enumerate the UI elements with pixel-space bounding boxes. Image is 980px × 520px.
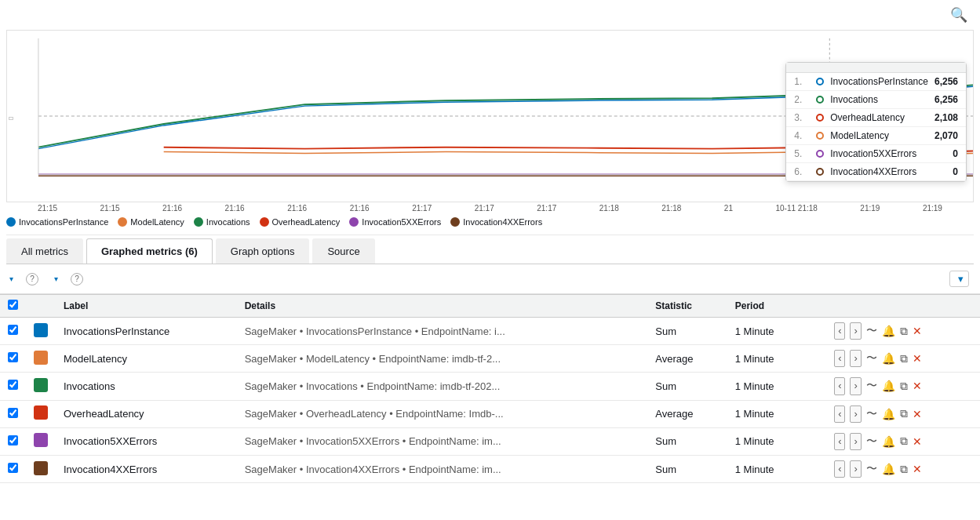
row-color-swatch[interactable]: [34, 433, 48, 447]
row-actions-cell: ‹ › 〜 🔔 ⧉ ✕: [826, 427, 980, 455]
row-graph-icon[interactable]: 〜: [866, 462, 877, 476]
row-copy-icon[interactable]: ⧉: [900, 435, 908, 448]
row-next-btn[interactable]: ›: [850, 433, 861, 450]
row-remove-icon[interactable]: ✕: [913, 380, 922, 392]
row-checkbox-0[interactable]: [8, 325, 18, 335]
row-checkbox-1[interactable]: [8, 352, 18, 362]
row-graph-icon[interactable]: 〜: [866, 379, 877, 393]
table-header-row: Label Details Statistic Period: [0, 295, 980, 318]
dynamic-labels-btn[interactable]: ▾: [51, 275, 58, 283]
row-details: SageMaker • Invocations • EndpointName: …: [237, 373, 648, 400]
row-checkbox-5[interactable]: [8, 463, 18, 473]
row-next-btn[interactable]: ›: [850, 350, 861, 367]
row-label: InvocationsPerInstance: [56, 318, 237, 345]
tooltip-num: 4.: [794, 130, 807, 141]
row-bell-icon[interactable]: 🔔: [882, 408, 895, 420]
table-row: ModelLatency SageMaker • ModelLatency • …: [0, 345, 980, 373]
table-row: Invocation4XXErrors SageMaker • Invocati…: [0, 455, 980, 482]
tab-graph-options[interactable]: Graph options: [216, 238, 310, 264]
tooltip-value: 6,256: [934, 94, 958, 105]
row-remove-icon[interactable]: ✕: [913, 352, 922, 365]
row-prev-btn[interactable]: ‹: [834, 405, 845, 423]
row-color-cell: [26, 345, 56, 373]
row-period: 1 Minute: [727, 318, 826, 345]
legend-item: Invocation4XXErrors: [450, 217, 542, 227]
legend-label: InvocationsPerInstance: [19, 217, 108, 227]
row-copy-icon[interactable]: ⧉: [900, 352, 908, 365]
tooltip-value: 2,108: [934, 112, 958, 123]
tab-source[interactable]: Source: [312, 238, 374, 264]
row-next-btn[interactable]: ›: [850, 460, 861, 478]
row-prev-btn[interactable]: ‹: [834, 433, 845, 450]
row-color-swatch[interactable]: [34, 405, 48, 420]
row-bell-icon[interactable]: 🔔: [882, 463, 895, 475]
row-checkbox-cell: [0, 345, 26, 373]
row-color-swatch[interactable]: [34, 351, 48, 365]
row-graph-icon[interactable]: 〜: [866, 324, 877, 338]
row-graph-icon[interactable]: 〜: [866, 435, 877, 449]
tooltip-label: Invocation4XXErrors: [830, 166, 946, 177]
tooltip-value: 0: [953, 166, 958, 177]
tab-graphed-metrics-(6)[interactable]: Graphed metrics (6): [86, 238, 213, 264]
row-statistic: Sum: [647, 373, 727, 400]
row-bell-icon[interactable]: 🔔: [882, 435, 895, 448]
row-label: Invocations: [56, 373, 237, 400]
row-color-swatch[interactable]: [34, 461, 48, 475]
row-graph-icon[interactable]: 〜: [866, 351, 877, 365]
row-checkbox-4[interactable]: [8, 435, 18, 445]
row-color-swatch[interactable]: [34, 378, 48, 392]
col-color: [26, 295, 56, 318]
row-remove-icon[interactable]: ✕: [913, 435, 922, 448]
dynamic-labels-help-icon[interactable]: ?: [71, 273, 83, 285]
metrics-toolbar: ▾ ? ▾ ? ▾: [0, 264, 980, 294]
x-axis: 21:15 21:15 21:16 21:16 21:16 21:16 21:1…: [6, 202, 974, 213]
row-prev-btn[interactable]: ‹: [834, 350, 845, 367]
row-bell-icon[interactable]: 🔔: [882, 380, 895, 392]
row-color-swatch[interactable]: [34, 323, 48, 337]
row-next-btn[interactable]: ›: [850, 322, 861, 340]
row-graph-icon[interactable]: 〜: [866, 407, 877, 421]
row-remove-icon[interactable]: ✕: [913, 408, 922, 420]
row-copy-icon[interactable]: ⧉: [900, 407, 908, 420]
row-label: OverheadLatency: [56, 400, 237, 427]
row-color-cell: [26, 427, 56, 455]
row-checkbox-2[interactable]: [8, 380, 18, 390]
tooltip-label: Invocation5XXErrors: [830, 148, 946, 159]
tooltip-dot: [816, 78, 824, 85]
statistic-dropdown[interactable]: ▾: [949, 271, 969, 287]
row-checkbox-3[interactable]: [8, 408, 18, 418]
row-statistic: Average: [647, 400, 727, 427]
row-next-btn[interactable]: ›: [850, 405, 861, 423]
legend-item: Invocation5XXErrors: [349, 217, 441, 227]
row-bell-icon[interactable]: 🔔: [882, 352, 895, 365]
row-color-cell: [26, 318, 56, 345]
row-next-btn[interactable]: ›: [850, 377, 861, 395]
row-bell-icon[interactable]: 🔔: [882, 325, 895, 337]
search-icon[interactable]: 🔍: [950, 6, 967, 24]
math-help-icon[interactable]: ?: [26, 273, 38, 285]
table-row: OverheadLatency SageMaker • OverheadLate…: [0, 400, 980, 427]
row-remove-icon[interactable]: ✕: [913, 463, 922, 475]
tab-all-metrics[interactable]: All metrics: [6, 238, 83, 264]
row-prev-btn[interactable]: ‹: [834, 322, 845, 340]
legend-item: Invocations: [194, 217, 250, 227]
row-copy-icon[interactable]: ⧉: [900, 325, 908, 338]
row-prev-btn[interactable]: ‹: [834, 377, 845, 395]
legend-label: Invocation5XXErrors: [362, 217, 441, 227]
select-all-checkbox[interactable]: [8, 300, 18, 310]
row-label: Invocation4XXErrors: [56, 455, 237, 482]
row-copy-icon[interactable]: ⧉: [900, 380, 908, 393]
row-prev-btn[interactable]: ‹: [834, 460, 845, 478]
tooltip-num: 1.: [794, 76, 807, 87]
tooltip-value: 6,256: [934, 76, 958, 87]
tooltip-row: 2. Invocations 6,256: [786, 91, 966, 109]
row-actions-cell: ‹ › 〜 🔔 ⧉ ✕: [826, 455, 980, 482]
row-remove-icon[interactable]: ✕: [913, 325, 922, 337]
row-copy-icon[interactable]: ⧉: [900, 463, 908, 476]
tooltip-num: 2.: [794, 94, 807, 105]
math-expression-btn[interactable]: ▾: [6, 275, 13, 283]
row-label: ModelLatency: [56, 345, 237, 373]
legend-label: ModelLatency: [130, 217, 184, 227]
row-checkbox-cell: [0, 427, 26, 455]
row-period: 1 Minute: [727, 345, 826, 373]
